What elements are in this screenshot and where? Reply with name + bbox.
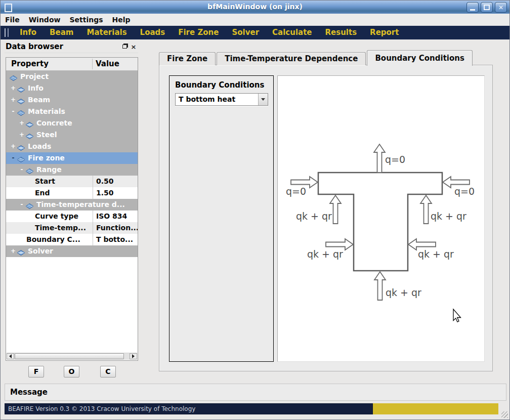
- tree-row-solver[interactable]: +Solver: [6, 245, 138, 257]
- folder-open-icon: [9, 73, 19, 80]
- collapse-toggle-icon[interactable]: -: [18, 164, 25, 176]
- toolbar-item-fire-zone[interactable]: Fire Zone: [172, 26, 225, 39]
- toolbar-item-loads[interactable]: Loads: [134, 26, 172, 39]
- folder-open-icon: [17, 108, 27, 115]
- tab-fire-zone[interactable]: Fire Zone: [159, 52, 216, 65]
- expand-toggle-icon[interactable]: +: [10, 141, 17, 152]
- window-title: bfMainWindow (on jinx): [1, 3, 509, 11]
- toolbar-item-materials[interactable]: Materials: [80, 26, 133, 39]
- tabbar: Fire ZoneTime-Temperature DependenceBoun…: [159, 50, 474, 65]
- main-window: bfMainWindow (on jinx) ✕ FileWindowSetti…: [0, 0, 510, 420]
- tree-row-concrete[interactable]: +Concrete: [6, 117, 138, 129]
- combobox-drop-button[interactable]: [258, 94, 268, 105]
- expand-toggle-icon[interactable]: +: [10, 245, 17, 257]
- expand-toggle-icon[interactable]: +: [18, 129, 25, 141]
- dock-close-button[interactable]: ×: [130, 43, 137, 50]
- flux-arrow-top: [374, 144, 385, 173]
- tree-row-project[interactable]: Project: [6, 71, 138, 82]
- tree-row-label: End: [34, 187, 50, 199]
- expand-toggle-icon[interactable]: +: [10, 94, 17, 106]
- menu-window[interactable]: Window: [24, 14, 65, 26]
- flux-label-top: q=0: [385, 154, 405, 165]
- toolbar-item-info[interactable]: Info: [13, 26, 43, 39]
- scrollbar-thumb[interactable]: [15, 353, 124, 359]
- scroll-right-button[interactable]: [130, 353, 137, 359]
- folder-open-icon: [25, 201, 35, 208]
- tree-row-label: Curve type: [34, 211, 78, 222]
- tree-row-end[interactable]: End1.50: [6, 187, 138, 199]
- footer-button-o[interactable]: O: [64, 366, 79, 377]
- tree-row-info[interactable]: +Info: [6, 82, 138, 94]
- tree-row-start[interactable]: Start0.50: [6, 176, 138, 187]
- collapse-toggle-icon[interactable]: -: [18, 199, 25, 211]
- footer-button-f[interactable]: F: [28, 366, 44, 377]
- tree-row-fire-zone[interactable]: -Fire zone: [6, 152, 138, 164]
- toolbar-item-solver[interactable]: Solver: [225, 26, 266, 39]
- scroll-right-icon: [132, 354, 135, 358]
- tree-row-beam[interactable]: +Beam: [6, 94, 138, 106]
- column-header-property[interactable]: Property: [11, 58, 49, 70]
- collapse-toggle-icon[interactable]: -: [10, 106, 17, 117]
- tree-row-value[interactable]: ISO 834: [93, 211, 138, 222]
- scroll-left-button[interactable]: [7, 353, 14, 359]
- menu-settings[interactable]: Settings: [65, 14, 107, 26]
- tree-row-steel[interactable]: +Steel: [6, 129, 138, 141]
- tree-row-curve-type[interactable]: Curve typeISO 834: [6, 211, 138, 222]
- footer-button-c[interactable]: C: [100, 366, 116, 377]
- folder-closed-icon: [17, 85, 27, 92]
- tree-row-boundary-c[interactable]: Boundary C...T botto...: [6, 234, 138, 245]
- toolbar-drag-handle[interactable]: [5, 28, 9, 37]
- mouse-cursor-icon: [453, 309, 461, 322]
- expand-toggle-icon[interactable]: +: [10, 82, 17, 94]
- scroll-left-icon: [9, 354, 12, 358]
- flux-label-bottom: qk + qr: [386, 287, 421, 298]
- tree-row-label: Time-temp...: [34, 222, 86, 234]
- tree-row-label: Fire zone: [27, 152, 65, 164]
- toolbar-item-report[interactable]: Report: [363, 26, 405, 39]
- tree-rows: Project+Info+Beam-Materials+Concrete+Ste…: [6, 71, 138, 257]
- tree-row-materials[interactable]: -Materials: [6, 106, 138, 117]
- tree-row-value[interactable]: Function...: [93, 222, 138, 234]
- expand-toggle-icon[interactable]: +: [18, 117, 25, 129]
- maximize-icon: [484, 5, 490, 10]
- message-panel-title: Message: [5, 384, 506, 400]
- folder-closed-icon: [17, 248, 27, 255]
- tree-row-loads[interactable]: +Loads: [6, 141, 138, 152]
- menu-file[interactable]: File: [1, 14, 24, 26]
- tree-row-range[interactable]: -Range: [6, 164, 138, 176]
- tree-row-label: Info: [27, 82, 44, 94]
- toolbar-item-beam[interactable]: Beam: [43, 26, 80, 39]
- toolbar: InfoBeamMaterialsLoadsFire ZoneSolverCal…: [1, 26, 509, 39]
- resize-grip-icon[interactable]: [501, 411, 508, 418]
- dock-title-separator: [5, 53, 138, 53]
- close-icon: ✕: [498, 5, 503, 11]
- tree-row-time-temp[interactable]: Time-temp...Function...: [6, 222, 138, 234]
- collapse-toggle-icon[interactable]: -: [10, 152, 17, 164]
- flux-label-flange-under-right: qk + qr: [431, 211, 466, 222]
- folder-closed-icon: [17, 143, 27, 150]
- column-header-value[interactable]: Value: [96, 58, 119, 70]
- column-divider[interactable]: [92, 59, 93, 69]
- tree-horizontal-scrollbar[interactable]: [7, 353, 137, 360]
- tree-header[interactable]: Property Value: [6, 58, 138, 71]
- toolbar-item-calculate[interactable]: Calculate: [266, 26, 318, 39]
- boundary-conditions-combobox[interactable]: T bottom heat: [175, 93, 268, 106]
- folder-closed-icon: [17, 97, 27, 104]
- maximize-button[interactable]: [481, 2, 493, 13]
- tree-row-label: Boundary C...: [25, 234, 80, 245]
- dock-close-icon: ×: [131, 43, 137, 51]
- toolbar-item-results[interactable]: Results: [319, 26, 364, 39]
- minimize-button[interactable]: [466, 2, 479, 13]
- flux-label-web-right: qk + qr: [418, 248, 454, 260]
- tab-boundary-conditions[interactable]: Boundary Conditions: [367, 50, 472, 66]
- tree-row-value[interactable]: 1.50: [93, 187, 138, 199]
- close-button[interactable]: ✕: [495, 2, 507, 13]
- tree-row-time-temperature-d[interactable]: -Time-temperature d...: [6, 199, 138, 211]
- tree-row-value[interactable]: 0.50: [93, 176, 138, 187]
- statusbar-accent: [373, 403, 498, 414]
- statusbar-version-text: BEAFIRE Version 0.3 © 2013 Cracow Univer…: [5, 404, 372, 414]
- tree-row-value[interactable]: T botto...: [93, 234, 138, 245]
- tab-time-temperature-dependence[interactable]: Time-Temperature Dependence: [217, 52, 366, 65]
- dock-float-button[interactable]: [121, 43, 128, 50]
- menu-help[interactable]: Help: [108, 14, 135, 26]
